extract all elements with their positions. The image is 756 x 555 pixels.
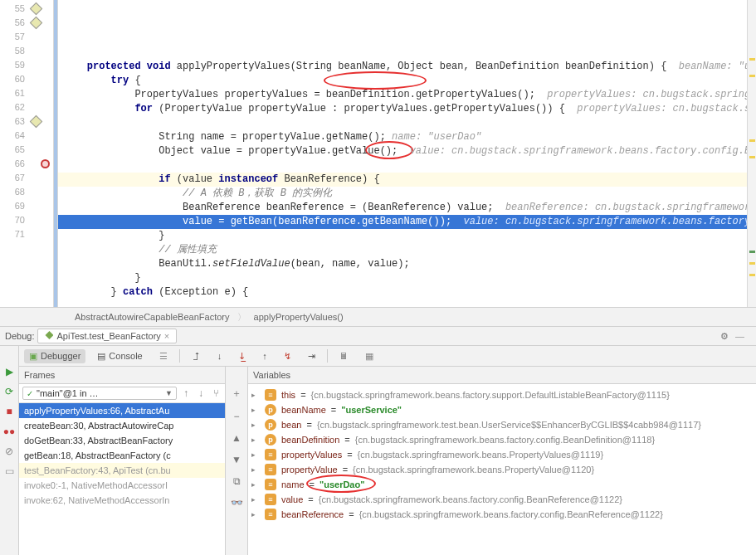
gutter-marks[interactable]: [30, 44, 53, 58]
gutter-marks[interactable]: [30, 16, 53, 30]
stack-frame[interactable]: applyPropertyValues:66, AbstractAu: [19, 403, 225, 418]
code-line[interactable]: BeanReference beanReference = (BeanRefer…: [58, 201, 747, 215]
stack-frame[interactable]: test_BeanFactory:43, ApiTest (cn.bu: [19, 463, 225, 478]
variable-row[interactable]: ▸≡beanReference = {cn.bugstack.springfra…: [248, 507, 756, 522]
stack-frame[interactable]: createBean:30, AbstractAutowireCap: [19, 418, 225, 433]
gear-icon[interactable]: ⚙: [720, 331, 729, 342]
warning-marker[interactable]: [749, 58, 755, 61]
prev-frame-icon[interactable]: ↑: [180, 387, 192, 399]
breadcrumb-class[interactable]: AbstractAutowireCapableBeanFactory: [75, 312, 229, 322]
gutter-marks[interactable]: [30, 185, 53, 199]
code-line[interactable]: // 属性填充: [58, 243, 747, 257]
mute-breakpoints-icon[interactable]: ⊘: [3, 445, 15, 457]
drop-frame-icon[interactable]: ↯: [279, 349, 296, 363]
code-line[interactable]: // A 依赖 B，获取 B 的实例化: [58, 187, 747, 201]
resume-icon[interactable]: ⟳: [3, 386, 15, 397]
override-marker-icon[interactable]: [30, 2, 43, 16]
code-line[interactable]: if (value instanceof BeanReference) {: [58, 173, 747, 187]
gutter-row[interactable]: 69: [0, 199, 53, 213]
minimize-icon[interactable]: —: [735, 331, 744, 341]
expand-arrow-icon[interactable]: ▸: [251, 406, 260, 414]
code-line[interactable]: Object value = propertyValue.getValue();…: [58, 144, 747, 158]
view-breakpoints-icon[interactable]: ●●: [3, 426, 15, 437]
down-icon[interactable]: ▼: [232, 454, 241, 465]
variable-row[interactable]: ▸pbeanName = "userService": [248, 402, 756, 417]
code-line[interactable]: PropertyValues propertyValues = beanDefi…: [58, 88, 747, 102]
tab-console[interactable]: ▤ Console: [92, 349, 147, 363]
code-line[interactable]: try {: [58, 74, 747, 88]
variable-row[interactable]: ▸pbeanDefinition = {cn.bugstack.springfr…: [248, 432, 756, 447]
gutter-row[interactable]: 57: [0, 30, 53, 44]
glasses-icon[interactable]: 👓: [231, 497, 243, 509]
override-marker-icon[interactable]: [30, 115, 43, 129]
filter-icon[interactable]: ⑂: [210, 387, 222, 399]
expand-arrow-icon[interactable]: ▸: [251, 480, 260, 489]
breadcrumb[interactable]: AbstractAutowireCapableBeanFactory 〉 app…: [0, 308, 756, 327]
gutter-row[interactable]: 63: [0, 114, 53, 129]
step-over-icon[interactable]: ⮥: [187, 349, 206, 363]
stack-frame[interactable]: getBean:18, AbstractBeanFactory (c: [19, 448, 225, 463]
variable-row[interactable]: ▸≡value = {cn.bugstack.springframework.b…: [248, 492, 756, 507]
gutter-row[interactable]: 67: [0, 171, 53, 185]
warning-marker[interactable]: [749, 274, 755, 276]
gutter-marks[interactable]: [30, 171, 53, 185]
up-icon[interactable]: ▲: [232, 432, 241, 444]
execution-line[interactable]: value = getBean(beanReference.getBeanNam…: [58, 215, 747, 229]
stack-frame[interactable]: invoke:62, NativeMethodAccessorIn: [19, 493, 225, 508]
gutter-row[interactable]: 65: [0, 143, 53, 157]
warning-marker[interactable]: [749, 262, 755, 265]
variable-row[interactable]: ▸≡name = "userDao": [248, 477, 756, 492]
gutter-row[interactable]: 62: [0, 100, 53, 114]
rerun-icon[interactable]: ▶: [3, 366, 15, 377]
warning-marker[interactable]: [749, 139, 755, 142]
force-step-into-icon[interactable]: ↓̲: [233, 349, 251, 363]
expand-arrow-icon[interactable]: ▸: [251, 391, 260, 399]
stack-frame[interactable]: invoke0:-1, NativeMethodAccessorI: [19, 478, 225, 493]
code-line[interactable]: [58, 158, 747, 173]
debug-config-tab[interactable]: ApiTest.test_BeanFactory ×: [37, 329, 177, 343]
variable-row[interactable]: ▸≡propertyValue = {cn.bugstack.springfra…: [248, 462, 756, 477]
copy-icon[interactable]: ⧉: [233, 475, 241, 487]
step-into-icon[interactable]: ↓: [212, 349, 227, 363]
variable-row[interactable]: ▸≡propertyValues = {cn.bugstack.springfr…: [248, 447, 756, 462]
error-stripe[interactable]: [747, 0, 756, 307]
trace-icon[interactable]: ▦: [360, 349, 378, 363]
gutter-marks[interactable]: [30, 199, 53, 213]
remove-watch-icon[interactable]: −: [233, 411, 239, 422]
code-line[interactable]: [58, 116, 747, 130]
gutter-marks[interactable]: [30, 72, 53, 86]
thread-selector[interactable]: "main"@1 in … ▼: [22, 387, 177, 400]
add-watch-icon[interactable]: ＋: [232, 387, 241, 401]
gutter-row[interactable]: 71: [0, 227, 53, 241]
gutter-marks[interactable]: [30, 227, 53, 241]
code-line[interactable]: }: [58, 229, 747, 243]
gutter-row[interactable]: 55: [0, 2, 53, 16]
code-line[interactable]: BeanUtil.setFieldValue(bean, name, value…: [58, 257, 747, 271]
expand-arrow-icon[interactable]: ▸: [251, 510, 260, 518]
override-marker-icon[interactable]: [30, 17, 43, 30]
code-line[interactable]: } catch (Exception e) {: [58, 285, 747, 299]
variable-row[interactable]: ▸≡this = {cn.bugstack.springframework.be…: [248, 387, 756, 402]
gutter-marks[interactable]: [30, 213, 53, 227]
code-line[interactable]: String name = propertyValue.getName(); n…: [58, 130, 747, 144]
gutter-row[interactable]: 60: [0, 72, 53, 86]
run-to-cursor-icon[interactable]: ⇥: [303, 349, 320, 363]
code-line[interactable]: protected void applyPropertyValues(Strin…: [58, 60, 747, 74]
tab-debugger[interactable]: ▣ Debugger: [24, 349, 85, 363]
gutter-marks[interactable]: [30, 129, 53, 143]
code-editor[interactable]: 5556575859606162636465666768697071 prote…: [0, 0, 756, 308]
breakpoint-icon[interactable]: [41, 159, 50, 168]
next-frame-icon[interactable]: ↓: [195, 387, 207, 399]
warning-marker[interactable]: [749, 156, 755, 158]
expand-arrow-icon[interactable]: ▸: [251, 421, 260, 429]
code-line[interactable]: }: [58, 271, 747, 285]
ok-marker[interactable]: [749, 251, 755, 253]
gutter-row[interactable]: 66: [0, 157, 53, 171]
expand-arrow-icon[interactable]: ▸: [251, 436, 260, 444]
gutter-row[interactable]: 58: [0, 44, 53, 58]
gutter-marks[interactable]: [30, 100, 53, 114]
gutter-marks[interactable]: [30, 143, 53, 157]
expand-arrow-icon[interactable]: ▸: [251, 465, 260, 474]
warning-marker[interactable]: [749, 75, 755, 77]
stack-frame[interactable]: doGetBean:33, AbstractBeanFactory: [19, 433, 225, 448]
